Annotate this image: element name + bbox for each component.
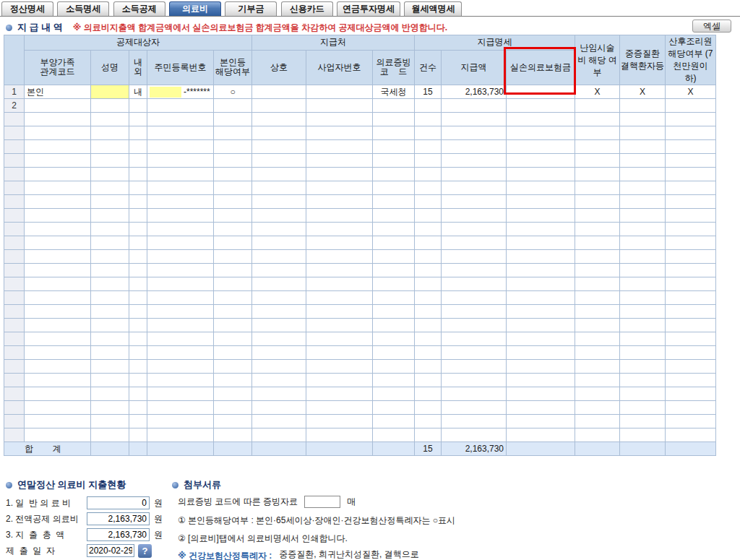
evidence-count-unit: 매 <box>347 496 356 508</box>
total-spending-label: 3. 지 출 총 액 <box>6 529 87 541</box>
header-insurance-refund: 실손의료보험금 <box>507 50 575 85</box>
total-spending-input[interactable] <box>87 528 150 541</box>
self-flag-note: ① 본인등해당여부 : 본인·65세이상·장애인·건강보험산정특례자는 ○표시 <box>172 514 562 527</box>
row2-name[interactable] <box>91 99 129 113</box>
table-row <box>4 126 716 140</box>
attachments-title-row: 첨부서류 <box>172 478 562 491</box>
row1-company[interactable] <box>252 85 306 99</box>
header-infertility: 난임시술비 해당 여부 <box>575 35 620 85</box>
row1-insurance-refund[interactable] <box>507 85 575 99</box>
row1-business-number[interactable] <box>306 85 373 99</box>
medical-expense-grid-wrap: 공제대상자 지급처 지급명세 난임시술비 해당 여부 중증질환 결핵환자등 산후… <box>4 35 715 456</box>
row2-self-flag[interactable] <box>214 99 252 113</box>
header-self-flag: 본인등 해당여부 <box>214 50 252 85</box>
table-row-2: 2 <box>4 99 716 113</box>
table-row <box>4 250 716 264</box>
row2-evidence-code[interactable] <box>373 99 415 113</box>
row2-resident-number[interactable] <box>147 99 214 113</box>
total-postnatal <box>666 442 716 456</box>
table-row <box>4 223 716 236</box>
row1-self-flag[interactable]: ○ <box>214 85 252 99</box>
tab-pension-investment[interactable]: 연금투자명세 <box>337 1 400 16</box>
help-button[interactable]: ? <box>138 544 152 558</box>
total-label: 합 계 <box>4 442 91 456</box>
row1-evidence-code[interactable]: 국세청 <box>373 85 415 99</box>
row1-domestic-foreign[interactable]: 내 <box>129 85 147 99</box>
row1-infertility[interactable]: X <box>575 85 620 99</box>
row1-severe-illness[interactable]: X <box>620 85 666 99</box>
table-row <box>4 428 716 442</box>
row2-insurance-refund[interactable] <box>507 99 575 113</box>
table-row <box>4 360 716 374</box>
row1-postnatal[interactable]: X <box>666 85 716 99</box>
general-medical-unit: 원 <box>154 497 163 509</box>
full-deduction-label: 2. 전액공제 의료비 <box>6 513 87 525</box>
evidence-count-input[interactable] <box>304 496 340 508</box>
header-name: 성명 <box>91 50 129 85</box>
row2-domestic-foreign[interactable] <box>129 99 147 113</box>
row1-resident-number[interactable]: -******* <box>147 85 214 99</box>
special-case-desc: 중증질환, 희귀난치성질환, 결핵으로 본인부담 산정특례대상자로 등록한 자 <box>279 550 425 560</box>
row1-amount[interactable]: 2,163,730 <box>442 85 507 99</box>
table-row <box>4 374 716 387</box>
submit-date-input[interactable] <box>87 544 134 557</box>
row2-business-number[interactable] <box>306 99 373 113</box>
row2-amount[interactable] <box>442 99 507 113</box>
tab-income-detail[interactable]: 소득명세 <box>57 1 109 16</box>
special-case-note: ※ 건강보험산정특례자 : 중증질환, 희귀난치성질환, 결핵으로 본인부담 산… <box>172 550 562 560</box>
general-medical-input[interactable] <box>87 496 150 509</box>
row2-num: 2 <box>4 99 25 113</box>
row2-infertility[interactable] <box>575 99 620 113</box>
special-case-label: ※ 건강보험산정특례자 : <box>178 550 272 560</box>
table-row <box>4 305 716 319</box>
excel-export-button[interactable]: 엑셀 <box>692 20 731 33</box>
header-group-payer: 지급처 <box>252 35 415 51</box>
tab-credit-card[interactable]: 신용카드 <box>281 1 333 16</box>
evidence-count-row: 의료증빙 코드에 따른 증빙자료 매 <box>172 494 562 509</box>
header-evidence-code: 의료증빙 코 드 <box>373 50 415 85</box>
total-business-number <box>306 442 373 456</box>
total-section: 합 계 15 2,163,730 <box>4 442 716 456</box>
header-count: 건수 <box>415 50 442 85</box>
row2-count[interactable] <box>415 99 442 113</box>
row1-num: 1 <box>4 85 25 99</box>
attachments-section: 첨부서류 의료증빙 코드에 따른 증빙자료 매 ① 본인등해당여부 : 본인·6… <box>172 478 562 560</box>
row1-name[interactable] <box>91 85 129 99</box>
total-count: 15 <box>415 442 442 456</box>
data-rows: 1 본인 내 -******* ○ 국세청 15 2,163,730 X X X… <box>4 85 716 113</box>
total-name <box>91 442 129 456</box>
header-severe-illness: 중증질환 결핵환자등 <box>620 35 666 85</box>
row2-company[interactable] <box>252 99 306 113</box>
tab-medical-expense[interactable]: 의료비 <box>169 1 221 16</box>
table-row <box>4 387 716 401</box>
total-evidence-code <box>373 442 415 456</box>
submit-date-label: 제 출 일 자 <box>6 545 87 557</box>
table-row <box>4 181 716 195</box>
empty-rows <box>4 113 716 442</box>
summary-title: 연말정산 의료비 지출현황 <box>17 479 126 490</box>
table-row <box>4 401 716 415</box>
row2-relation[interactable] <box>25 99 91 113</box>
full-deduction-input[interactable] <box>87 512 150 525</box>
table-header: 공제대상자 지급처 지급명세 난임시술비 해당 여부 중증질환 결핵환자등 산후… <box>4 35 716 85</box>
header-domestic-foreign: 내 외 <box>129 50 147 85</box>
row1-count[interactable]: 15 <box>415 85 442 99</box>
row1-relation[interactable]: 본인 <box>25 85 91 99</box>
total-resident-number <box>147 442 214 456</box>
tab-settlement-detail[interactable]: 정산명세 <box>1 1 53 16</box>
row2-postnatal[interactable] <box>666 99 716 113</box>
rrn-masked-text: -******* <box>184 87 210 97</box>
total-infertility <box>575 442 620 456</box>
section-title: 지 급 내 역 <box>17 22 63 33</box>
table-row <box>4 415 716 428</box>
total-insurance-refund <box>507 442 575 456</box>
table-row <box>4 332 716 346</box>
tab-donation[interactable]: 기부금 <box>225 1 277 16</box>
row2-severe-illness[interactable] <box>620 99 666 113</box>
table-row <box>4 277 716 291</box>
tab-monthly-rent[interactable]: 월세액명세 <box>404 1 462 16</box>
table-row <box>4 264 716 277</box>
tab-income-deduction[interactable]: 소득공제 <box>113 1 165 16</box>
table-row <box>4 346 716 360</box>
header-amount: 지급액 <box>442 50 507 85</box>
